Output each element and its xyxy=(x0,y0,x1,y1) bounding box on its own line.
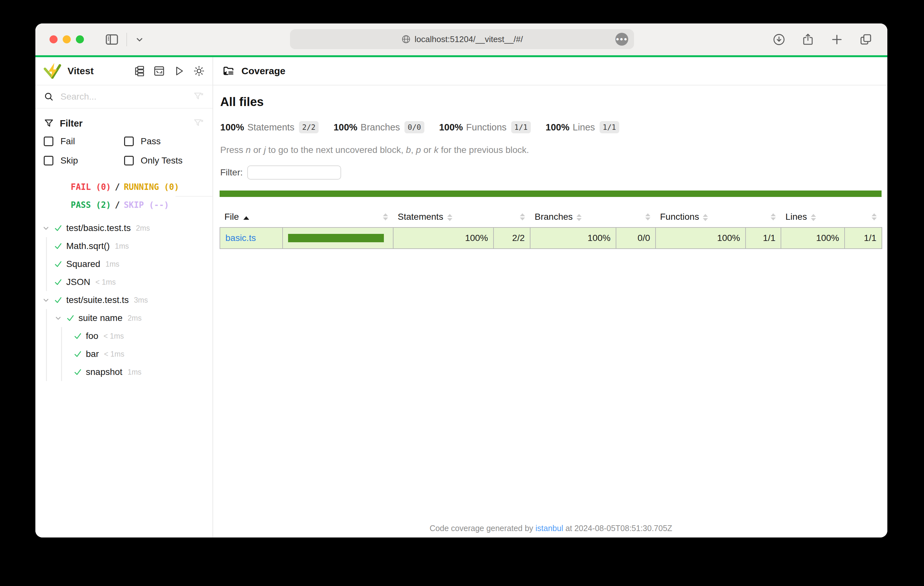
lines-percent: 100% xyxy=(546,122,569,133)
dashboard-icon[interactable] xyxy=(153,65,165,77)
pass-check-icon xyxy=(53,241,63,251)
coverage-panel: Coverage All files 100% Statements 2/2 1… xyxy=(213,57,887,538)
table-row: basic.ts 100% 2/2 100% 0/0 100% 1/1 100%… xyxy=(220,227,882,249)
sort-icon[interactable] xyxy=(871,213,877,221)
column-header-pic[interactable] xyxy=(282,207,393,227)
address-bar[interactable]: localhost:51204/__vitest__/#/ ●●● xyxy=(290,29,634,49)
functions-frac-cell: 1/1 xyxy=(746,227,781,249)
tree-item-duration: < 1ms xyxy=(104,332,124,341)
file-link[interactable]: basic.ts xyxy=(225,233,256,243)
close-window-button[interactable] xyxy=(50,35,58,43)
sort-icon[interactable] xyxy=(520,213,525,221)
stat-branches: 100% Branches 0/0 xyxy=(333,121,424,133)
statements-percent: 100% xyxy=(220,122,244,133)
chevron-down-icon[interactable] xyxy=(41,295,51,305)
lines-pct-cell: 100% xyxy=(781,227,845,249)
column-header-lines-frac[interactable] xyxy=(845,207,882,227)
tree-item-label: suite name xyxy=(78,313,122,323)
tree-item-bar[interactable]: bar < 1ms xyxy=(62,345,213,363)
column-header-statements-frac[interactable] xyxy=(493,207,530,227)
sort-icon[interactable] xyxy=(383,213,388,221)
sort-icon[interactable] xyxy=(447,214,452,221)
chevron-down-icon[interactable] xyxy=(53,313,63,323)
column-header-statements[interactable]: Statements xyxy=(393,207,493,227)
theme-toggle-sun-icon[interactable] xyxy=(193,65,205,77)
tab-group-chevron-icon[interactable] xyxy=(134,34,145,45)
sort-icon[interactable] xyxy=(811,214,816,221)
tree-item-snapshot[interactable]: snapshot 1ms xyxy=(62,363,213,381)
sidebar-toggle-icon[interactable] xyxy=(104,32,119,47)
tree-item-duration: < 1ms xyxy=(96,278,116,286)
sort-icon[interactable] xyxy=(771,213,776,221)
tree-item-math-sqrt[interactable]: Math.sqrt() 1ms xyxy=(47,237,213,255)
pass-checkbox-label: Pass xyxy=(141,136,161,146)
zoom-window-button[interactable] xyxy=(76,35,84,43)
coverage-footer: Code coverage generated by istanbul at 2… xyxy=(219,523,882,533)
column-header-functions-frac[interactable] xyxy=(746,207,781,227)
skip-count: SKIP (--) xyxy=(124,200,169,210)
skip-checkbox-label: Skip xyxy=(61,155,78,166)
tree-item-duration: 2ms xyxy=(136,224,150,233)
search-input[interactable] xyxy=(61,92,193,102)
statements-frac-cell: 2/2 xyxy=(493,227,530,249)
tree-item-suite-test-file[interactable]: test/suite.test.ts 3ms xyxy=(35,291,213,309)
url-text: localhost:51204/__vitest__/#/ xyxy=(415,35,523,44)
tree-item-label: snapshot xyxy=(86,367,122,377)
istanbul-link[interactable]: istanbul xyxy=(536,523,563,533)
share-icon[interactable] xyxy=(801,33,815,46)
lines-fraction-badge: 1/1 xyxy=(600,121,620,133)
run-all-tests-icon[interactable] xyxy=(173,65,185,77)
window-controls xyxy=(50,35,84,43)
coverage-filter-input[interactable] xyxy=(247,165,341,179)
sort-icon[interactable] xyxy=(576,214,582,221)
filter-fail[interactable]: Fail xyxy=(44,132,124,151)
pass-checkbox[interactable] xyxy=(124,137,134,146)
statements-fraction-badge: 2/2 xyxy=(299,121,319,133)
statements-label: Statements xyxy=(247,122,294,133)
page-settings-button[interactable]: ●●● xyxy=(615,33,628,46)
tree-item-duration: 1ms xyxy=(128,368,142,377)
sort-icon[interactable] xyxy=(703,214,708,221)
chevron-down-icon[interactable] xyxy=(41,223,51,233)
branches-label: Branches xyxy=(361,122,400,133)
fail-checkbox[interactable] xyxy=(44,137,53,146)
column-header-branches-frac[interactable] xyxy=(616,207,655,227)
test-tree: test/basic.test.ts 2ms Math.sqrt() 1ms S… xyxy=(35,214,213,381)
column-header-functions[interactable]: Functions xyxy=(655,207,746,227)
branches-pct-cell: 100% xyxy=(530,227,616,249)
tree-item-duration: 2ms xyxy=(128,314,142,323)
browser-toolbar: localhost:51204/__vitest__/#/ ●●● xyxy=(35,23,887,55)
minimize-window-button[interactable] xyxy=(63,35,71,43)
tree-item-label: test/suite.test.ts xyxy=(66,295,129,305)
only-tests-checkbox[interactable] xyxy=(124,156,134,165)
skip-checkbox[interactable] xyxy=(44,156,53,165)
tree-item-basic-test-file[interactable]: test/basic.test.ts 2ms xyxy=(35,219,213,237)
stat-functions: 100% Functions 1/1 xyxy=(439,121,531,133)
tree-item-json[interactable]: JSON < 1ms xyxy=(47,273,213,291)
sort-icon[interactable] xyxy=(645,213,650,221)
toolbar-divider xyxy=(126,33,127,46)
table-header-row: File Statements Branches Functions Lines xyxy=(220,207,882,227)
clear-search-filter-icon[interactable] xyxy=(193,91,204,102)
column-header-file[interactable]: File xyxy=(220,207,282,227)
tree-item-suite-name[interactable]: suite name 2ms xyxy=(47,309,213,327)
branches-percent: 100% xyxy=(333,122,357,133)
vitest-logo xyxy=(43,63,62,80)
file-cell: basic.ts xyxy=(220,227,282,249)
filter-skip[interactable]: Skip xyxy=(44,151,124,170)
tree-item-foo[interactable]: foo < 1ms xyxy=(62,327,213,345)
branches-frac-cell: 0/0 xyxy=(616,227,655,249)
filter-only-tests[interactable]: Only Tests xyxy=(124,151,205,170)
downloads-icon[interactable] xyxy=(772,33,786,46)
tree-item-squared[interactable]: Squared 1ms xyxy=(47,255,213,273)
status-separator: / xyxy=(115,200,120,210)
tab-overview-icon[interactable] xyxy=(859,33,873,46)
clear-filters-icon[interactable] xyxy=(193,118,204,129)
expand-tree-icon[interactable] xyxy=(134,65,145,77)
column-header-lines[interactable]: Lines xyxy=(781,207,845,227)
lines-label: Lines xyxy=(573,122,595,133)
filter-pass[interactable]: Pass xyxy=(124,132,205,151)
stat-lines: 100% Lines 1/1 xyxy=(546,121,619,133)
new-tab-icon[interactable] xyxy=(830,33,844,46)
column-header-branches[interactable]: Branches xyxy=(530,207,616,227)
